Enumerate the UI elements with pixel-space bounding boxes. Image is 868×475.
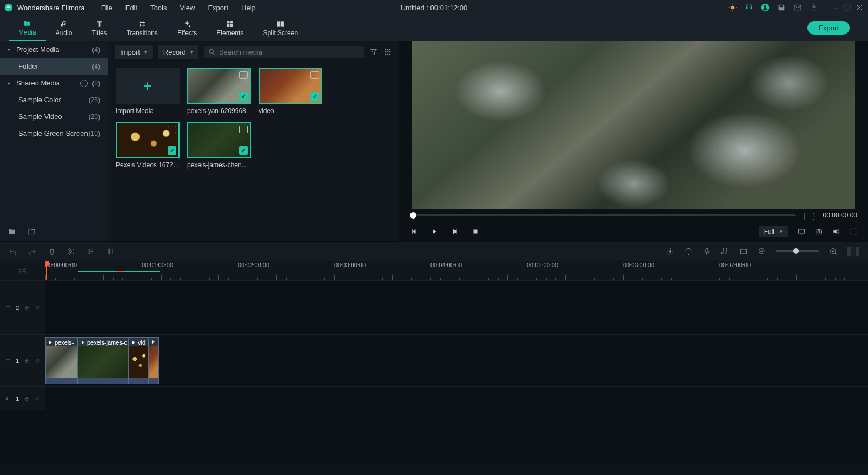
zoom-slider[interactable] [776,250,819,252]
mark-in-button[interactable]: { [803,212,805,220]
menu-help[interactable]: Help [236,3,261,13]
aspect-icon[interactable] [739,247,748,256]
download-icon[interactable] [810,3,818,12]
svg-point-1 [731,6,735,10]
mark-out-button[interactable]: } [813,212,815,220]
adjust-icon[interactable] [87,247,95,256]
svg-rect-47 [26,398,29,400]
timeline-clip[interactable]: pexels-james-c [78,337,129,384]
menu-edit[interactable]: Edit [120,3,143,13]
main-tabbar: Media Audio Titles Transitions Effects E… [0,15,868,41]
mixer-icon[interactable] [721,247,730,256]
tab-transitions[interactable]: Transitions [117,15,168,41]
delete-icon[interactable] [48,247,56,256]
sidebar-item[interactable]: Sample Green Screen(10) [0,125,108,142]
keyframe-view-icon[interactable] [847,247,859,256]
menu-view[interactable]: View [174,3,200,13]
tab-split-screen[interactable]: Split Screen [253,15,308,41]
display-icon[interactable] [798,228,805,235]
menu-export[interactable]: Export [202,3,234,13]
svg-rect-42 [26,307,29,309]
lock-icon[interactable] [24,305,29,311]
search-field[interactable] [219,48,360,56]
preview-video[interactable] [412,41,855,209]
sidebar-item[interactable]: ▸Shared Mediai(0) [0,75,108,91]
media-item[interactable]: ✓pexels-yan-6209968 [187,68,251,115]
svg-point-16 [385,51,387,53]
record-dropdown[interactable]: Record▾ [158,45,198,59]
tab-effects[interactable]: Effects [168,15,207,41]
marker-icon[interactable] [684,247,693,256]
mic-icon[interactable] [703,247,711,256]
redo-icon[interactable] [28,247,37,256]
ruler-timecode: 00:04:00:00 [430,262,462,268]
media-pane: Import▾ Record▾ +Import Media✓pexels-yan… [108,41,399,241]
scrub-track[interactable] [410,214,796,216]
timeline-clip[interactable]: vid [129,337,148,384]
save-icon[interactable] [777,3,786,12]
audio-adjust-icon[interactable] [106,247,115,256]
sidebar-item[interactable]: Folder(4) [0,58,108,75]
media-grid: +Import Media✓pexels-yan-6209968✓video✓P… [108,63,399,174]
lock-icon[interactable] [24,395,29,402]
undo-icon[interactable] [9,247,17,256]
tab-audio[interactable]: Audio [46,15,82,41]
track-manager-icon[interactable] [18,266,27,275]
message-icon[interactable] [793,3,802,12]
playhead[interactable] [46,261,47,280]
tab-elements[interactable]: Elements [207,15,253,41]
svg-point-30 [88,252,90,254]
grid-view-icon[interactable] [383,48,392,56]
sidebar-item[interactable]: Sample Video(20) [0,108,108,125]
play-icon[interactable] [430,228,438,235]
tab-titles[interactable]: Titles [82,15,116,41]
minimize-icon[interactable] [831,3,840,12]
mute-icon[interactable] [35,395,40,402]
new-folder-icon[interactable] [8,227,16,236]
close-icon[interactable] [855,3,864,12]
zoom-out-icon[interactable] [758,247,766,256]
account-icon[interactable] [761,3,770,12]
import-dropdown[interactable]: Import▾ [115,45,153,59]
stop-icon[interactable] [472,228,479,235]
maximize-icon[interactable] [843,3,852,12]
fullscreen-icon[interactable] [850,228,857,235]
media-item[interactable]: ✓video [259,68,322,115]
volume-icon[interactable] [832,228,840,235]
visibility-icon[interactable] [35,358,40,364]
timeline-clip[interactable] [148,337,159,384]
fit-dropdown[interactable]: Full▾ [759,226,788,237]
zoom-in-icon[interactable] [829,247,838,256]
search-media-input[interactable] [204,46,364,58]
split-icon[interactable] [67,247,76,256]
snapshot-icon[interactable] [815,228,823,235]
lock-icon[interactable] [24,358,29,364]
tips-icon[interactable] [728,3,737,12]
tab-media[interactable]: Media [9,15,46,41]
media-item[interactable]: ✓pexels-james-cheney-... [187,122,251,169]
export-button[interactable]: Export [807,21,850,35]
svg-rect-40 [22,272,26,273]
filter-icon[interactable] [369,48,378,56]
preview-timecode: 00:00:00:00 [823,212,857,219]
video-track-2: 2 [0,280,868,334]
support-icon[interactable] [745,3,753,12]
timeline-ruler[interactable]: 00:00:00:0000:01:00:0000:02:00:0000:03:0… [0,261,868,280]
render-icon[interactable] [666,247,674,256]
scrub-thumb[interactable] [410,212,416,219]
media-item[interactable]: ✓Pexels Videos 1672805 [116,122,180,169]
svg-rect-4 [794,5,801,10]
zoom-thumb[interactable] [793,248,799,254]
app-logo-icon [4,3,13,12]
next-frame-icon[interactable] [451,228,459,235]
sidebar-item[interactable]: Sample Color(25) [0,91,108,108]
menu-file[interactable]: File [96,3,118,13]
import-media-button[interactable]: +Import Media [116,68,180,115]
folder-icon[interactable] [27,227,36,236]
prev-frame-icon[interactable] [410,228,418,235]
menu-tools[interactable]: Tools [145,3,172,13]
visibility-icon[interactable] [35,305,40,311]
timeline-clip[interactable]: pexels- [45,337,78,384]
sidebar-item[interactable]: ▾Project Media(4) [0,41,108,58]
preview-pane: { } 00:00:00:00 Full▾ [399,41,868,241]
